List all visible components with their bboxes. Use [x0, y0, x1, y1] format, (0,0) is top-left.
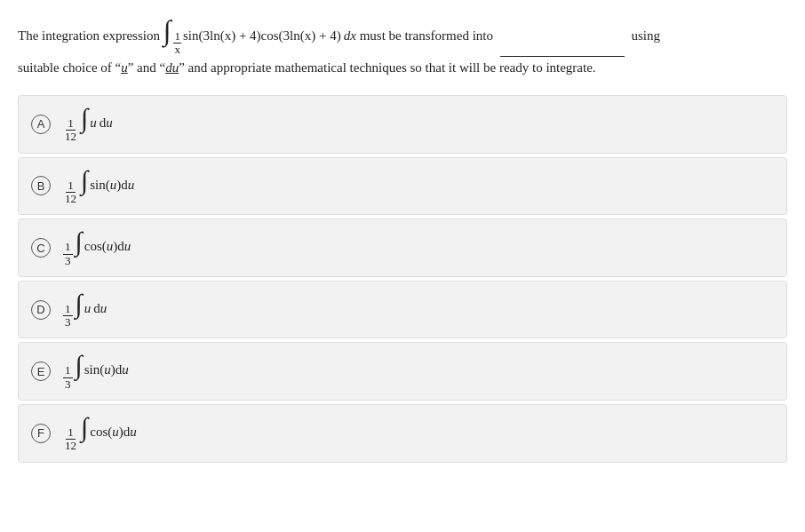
option-e-integral-symbol: ∫: [76, 352, 83, 378]
middle-text: must be transformed into: [360, 28, 493, 43]
option-b-math: 1 12 ∫ sin(u)du: [63, 167, 134, 206]
options-container: A 1 12 ∫ u du B 1 12 ∫ sin(u)du C 1 3: [18, 95, 787, 463]
option-c-integral-symbol: ∫: [76, 228, 83, 255]
option-c-frac: 1 3: [63, 241, 73, 267]
suffix-text: using: [632, 28, 661, 43]
option-d-integral-symbol: ∫: [76, 290, 83, 317]
option-d-frac: 1 3: [63, 303, 73, 330]
option-c[interactable]: C 1 3 ∫ cos(u)du: [18, 218, 787, 277]
answer-blank: [500, 56, 625, 57]
fraction-1-x: 1 x: [173, 30, 181, 57]
option-a-math: 1 12 ∫ u du: [63, 105, 113, 144]
option-f-integral-symbol: ∫: [81, 414, 88, 441]
option-b-integral-symbol: ∫: [81, 167, 88, 194]
option-d-math: 1 3 ∫ u du: [63, 290, 107, 330]
integral-expression: ∫ 1 x sin(3ln(x) + 4)cos(3ln(x) + 4) dx: [163, 16, 356, 57]
option-e[interactable]: E 1 3 ∫ sin(u)du: [18, 342, 787, 401]
option-f-circle: F: [31, 424, 51, 443]
option-c-integrand: cos(u)du: [84, 239, 132, 254]
option-a-integral-symbol: ∫: [81, 105, 88, 131]
question-prefix: The integration expression: [18, 28, 160, 43]
option-a-circle: A: [31, 115, 51, 134]
option-f[interactable]: F 1 12 ∫ cos(u)du: [18, 404, 787, 463]
question-text: The integration expression ∫ 1 x sin(3ln…: [18, 16, 787, 79]
option-c-circle: C: [31, 238, 51, 258]
option-b[interactable]: B 1 12 ∫ sin(u)du: [18, 157, 787, 216]
option-f-frac: 1 12: [63, 426, 78, 453]
option-b-integrand: sin(u)du: [90, 178, 134, 193]
option-a[interactable]: A 1 12 ∫ u du: [18, 95, 787, 154]
option-d-integrand: u du: [84, 301, 108, 316]
integral-symbol: ∫: [163, 16, 171, 44]
option-b-frac: 1 12: [63, 179, 78, 206]
option-c-math: 1 3 ∫ cos(u)du: [63, 228, 131, 267]
option-a-frac: 1 12: [63, 117, 78, 144]
option-a-integrand: u du: [90, 115, 113, 131]
option-d[interactable]: D 1 3 ∫ u du: [18, 281, 787, 339]
option-e-math: 1 3 ∫ sin(u)du: [63, 352, 129, 391]
option-f-math: 1 12 ∫ cos(u)du: [63, 414, 137, 453]
option-b-circle: B: [31, 176, 51, 195]
sin-part: sin(3ln(x) + 4)cos(3ln(x) + 4) dx: [183, 25, 356, 48]
option-f-integrand: cos(u)du: [90, 425, 137, 440]
option-e-circle: E: [31, 361, 51, 381]
second-line: suitable choice of “u” and “du” and appr…: [18, 60, 596, 75]
option-d-circle: D: [31, 300, 51, 320]
option-e-frac: 1 3: [63, 364, 73, 391]
option-e-integrand: sin(u)du: [84, 362, 129, 377]
